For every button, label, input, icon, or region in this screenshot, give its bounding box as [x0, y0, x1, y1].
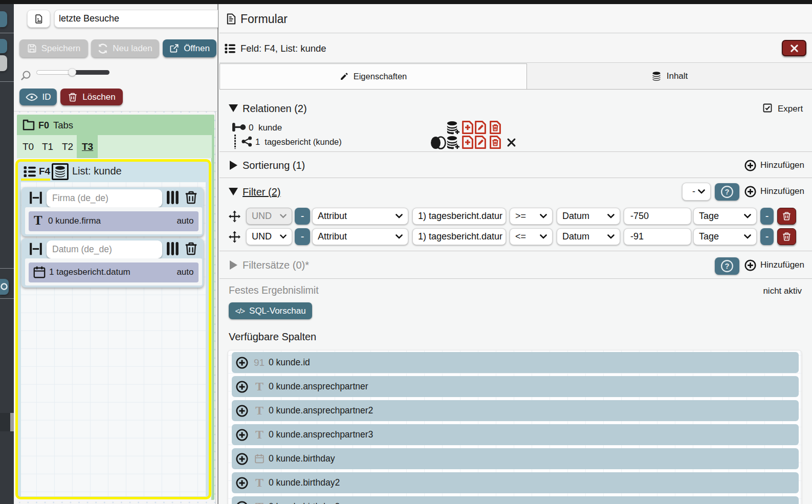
svg-text:?: ?: [725, 188, 730, 196]
svg-text:?: ?: [725, 262, 730, 270]
